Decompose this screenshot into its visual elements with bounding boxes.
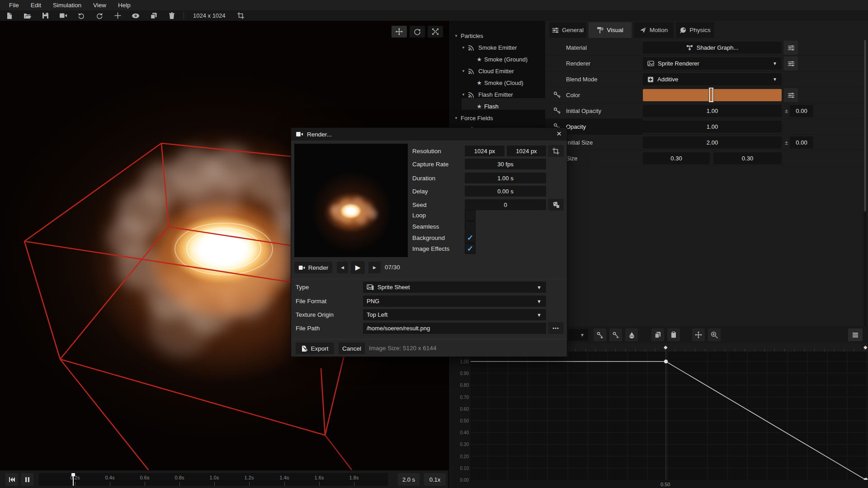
properties-scrollbar-track[interactable] (863, 40, 867, 326)
initial-opacity-variance-field[interactable]: 0.00 (790, 105, 813, 117)
curve-menu-button[interactable] (848, 328, 863, 341)
save-button[interactable] (36, 11, 54, 21)
tree-item-flash-emitter[interactable]: ▼ Flash Emitter (449, 89, 546, 100)
caret-down-icon[interactable]: ▼ (454, 116, 461, 120)
record-button[interactable] (54, 11, 72, 21)
zoom-graph-button[interactable] (708, 328, 721, 341)
color-stop-marker[interactable] (709, 88, 713, 102)
type-dropdown[interactable]: Sprite Sheet ▼ (363, 282, 546, 293)
export-button[interactable]: Export (296, 343, 334, 354)
seamless-checkbox[interactable] (465, 221, 476, 232)
color-gradient-bar[interactable] (643, 89, 782, 101)
add-button[interactable] (108, 11, 127, 21)
crop-canvas-button[interactable] (232, 11, 250, 21)
play-button[interactable]: ▶ (351, 261, 365, 274)
delay-field[interactable]: 0.00 s (465, 186, 546, 197)
browse-file-button[interactable]: ••• (548, 322, 564, 334)
remove-keyframe-button[interactable] (609, 328, 622, 341)
blend-mode-dropdown[interactable]: Additive ▼ (643, 73, 782, 85)
tree-item-cloud-emitter[interactable]: ▼ Cloud Emitter (449, 65, 546, 77)
caret-down-icon[interactable]: ▼ (454, 34, 461, 38)
renderer-dropdown[interactable]: Sprite Renderer ▼ (643, 57, 782, 70)
cancel-button[interactable]: Cancel (339, 343, 365, 354)
tree-item-particles[interactable]: ▼ Particles (449, 30, 546, 42)
curve-channel-dropdown[interactable]: ▼ (568, 329, 588, 341)
opacity-field[interactable]: 1.00 (643, 121, 782, 133)
caret-down-icon[interactable]: ▼ (462, 69, 468, 73)
fullscreen-button[interactable] (428, 26, 443, 38)
seed-field[interactable]: 0 (465, 199, 546, 210)
redo-button[interactable] (90, 11, 108, 21)
dialog-title-bar[interactable]: Render... × (291, 128, 567, 141)
resolution-link-button[interactable] (548, 145, 564, 157)
menu-simulation[interactable]: Simulation (53, 2, 81, 9)
properties-scrollbar-thumb[interactable] (864, 40, 866, 211)
menu-help[interactable]: Help (118, 2, 131, 9)
tree-item-force-fields[interactable]: ▼ Force Fields (449, 112, 546, 124)
clear-curve-button[interactable] (625, 328, 638, 341)
pan-tool-button[interactable] (392, 26, 407, 38)
tree-item-label: Flash Emitter (478, 91, 513, 98)
pause-button[interactable] (21, 473, 33, 486)
reset-view-button[interactable] (410, 26, 425, 38)
image-effects-checkbox[interactable]: ✓ (465, 243, 476, 254)
resolution-height-field[interactable]: 1024 px (507, 145, 546, 156)
skip-to-start-button[interactable] (5, 473, 18, 486)
background-checkbox[interactable]: ✓ (465, 232, 476, 243)
file-path-input[interactable]: /home/soeren/result.png (363, 323, 546, 334)
undo-button[interactable] (72, 11, 90, 21)
curve-graph[interactable] (471, 352, 868, 480)
color-settings-button[interactable] (784, 88, 798, 102)
timeline-ruler[interactable]: 0.2s 0.4s 0.6s 0.8s 1.0s 1.2s 1.4s 1.6s … (39, 473, 388, 486)
renderer-settings-button[interactable] (784, 56, 798, 70)
tree-item-smoke-emitter[interactable]: ▼ Smoke Emitter (449, 42, 546, 53)
initial-size-field[interactable]: 2.00 (643, 136, 782, 149)
size-x-field[interactable]: 0.30 (643, 152, 710, 164)
texture-origin-dropdown[interactable]: Top Left ▼ (363, 309, 546, 320)
initial-opacity-field[interactable]: 1.00 (643, 105, 782, 117)
file-format-dropdown[interactable]: PNG ▼ (363, 296, 546, 307)
material-button[interactable]: Shader Graph... (643, 42, 782, 54)
playback-speed-button[interactable]: 0.1x (424, 473, 446, 486)
delete-button[interactable] (163, 11, 181, 21)
menu-file[interactable]: File (9, 2, 19, 9)
keyframe-point[interactable] (664, 360, 668, 363)
tab-physics[interactable]: Physics (676, 22, 714, 38)
duration-button[interactable]: 2.0 s (398, 473, 420, 486)
duration-field[interactable]: 1.00 s (465, 173, 546, 183)
loop-checkbox[interactable] (465, 210, 476, 221)
resolution-width-field[interactable]: 1024 px (465, 145, 505, 156)
copy-curve-button[interactable] (651, 328, 664, 341)
new-file-button[interactable] (0, 11, 18, 21)
size-y-field[interactable]: 0.30 (713, 152, 782, 164)
playhead[interactable] (73, 473, 74, 486)
keyframe-diamond[interactable]: ◆ (863, 344, 867, 350)
open-file-button[interactable] (18, 11, 36, 21)
tree-item-flash-selected[interactable]: ★ Flash (449, 100, 546, 112)
initial-size-variance-field[interactable]: 0.00 (790, 136, 813, 149)
particle-icon: ★ (474, 80, 484, 86)
close-icon[interactable]: × (557, 129, 561, 139)
menu-view[interactable]: View (93, 2, 106, 9)
capture-rate-field[interactable]: 30 fps (465, 159, 546, 169)
paste-curve-button[interactable] (667, 328, 680, 341)
tab-general[interactable]: General (549, 22, 586, 38)
add-keyframe-button[interactable] (594, 328, 606, 341)
menu-edit[interactable]: Edit (31, 2, 41, 9)
caret-down-icon[interactable]: ▼ (462, 93, 468, 97)
render-button[interactable]: Render (294, 262, 332, 273)
duplicate-button[interactable] (145, 11, 163, 21)
previous-frame-button[interactable]: ◀ (337, 262, 348, 273)
tree-item-smoke-cloud[interactable]: ★ Smoke (Cloud) (449, 77, 546, 89)
tab-motion[interactable]: Motion (634, 22, 674, 38)
keyframe-diamond[interactable]: ◆ (664, 344, 667, 350)
material-settings-button[interactable] (784, 41, 798, 55)
caret-down-icon[interactable]: ▼ (462, 46, 468, 50)
crop-icon (552, 148, 559, 155)
next-frame-button[interactable]: ▶ (368, 262, 381, 273)
tab-visual[interactable]: Visual (589, 22, 632, 38)
tree-item-smoke-ground[interactable]: ★ Smoke (Ground) (449, 53, 546, 65)
randomize-seed-button[interactable] (548, 199, 564, 211)
pan-graph-button[interactable] (692, 328, 705, 341)
visibility-button[interactable] (127, 11, 145, 21)
